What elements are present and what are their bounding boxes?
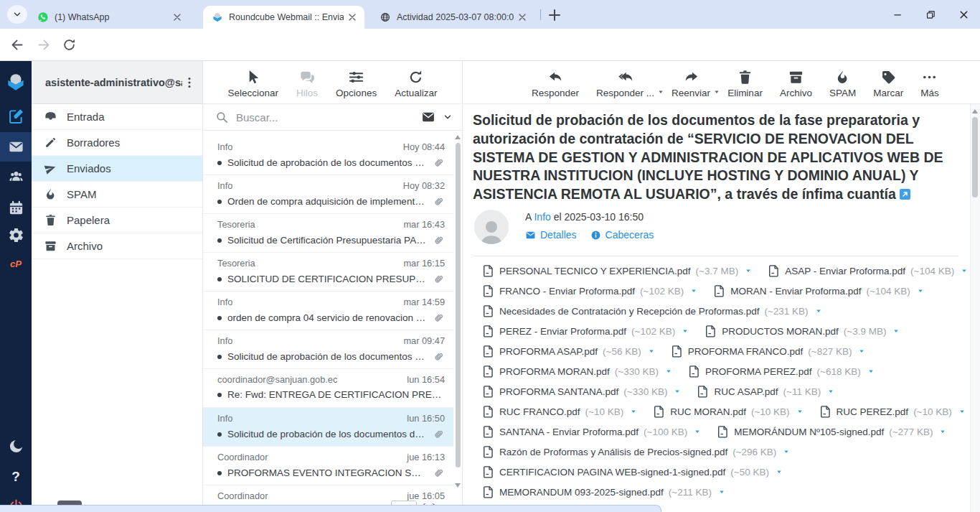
- dropdown-caret-icon[interactable]: [713, 88, 720, 96]
- restore-button[interactable]: [914, 0, 947, 29]
- mail-toolbar-reply-button[interactable]: Responder: [532, 69, 579, 98]
- attachment-chip[interactable]: PROFORMA PEREZ.pdf(~618 KB): [688, 365, 875, 378]
- forward-button[interactable]: [36, 37, 51, 52]
- mail-toolbar-forward-mail-button[interactable]: Reenviar: [672, 69, 710, 98]
- folder-item-enviados[interactable]: Enviados: [32, 156, 202, 182]
- list-toolbar-cursor-button[interactable]: Seleccionar: [228, 69, 279, 98]
- tab-close-button[interactable]: [517, 11, 528, 23]
- message-list-item[interactable]: Coordinadorjue 16:13PROFORMAS EVENTO INT…: [203, 447, 453, 485]
- message-list-item[interactable]: Infomar 14:59orden de compra 04 servicio…: [203, 292, 453, 330]
- rail-help[interactable]: ?: [0, 462, 32, 491]
- rail-settings[interactable]: [0, 220, 32, 250]
- mail-toolbar-fire-button[interactable]: SPAM: [829, 69, 856, 98]
- reading-scrollbar-thumb[interactable]: [972, 117, 978, 197]
- attachment-menu-caret-icon[interactable]: [648, 348, 655, 355]
- account-header[interactable]: asistente-administrativo@sa...: [32, 61, 202, 104]
- folder-item-papelera[interactable]: Papelera: [32, 208, 202, 233]
- attachment-chip[interactable]: MEMORÁNDUM Nº105-signed.pdf(~277 KB): [717, 425, 946, 439]
- back-button[interactable]: [10, 37, 25, 52]
- list-toolbar-sliders-button[interactable]: Opciones: [336, 69, 377, 98]
- attachment-chip[interactable]: SANTANA - Enviar Proforma.pdf(~100 KB): [482, 425, 701, 439]
- attachment-menu-caret-icon[interactable]: [815, 307, 822, 315]
- message-list-item[interactable]: Infolun 16:50Solicitud de probación de l…: [203, 408, 453, 447]
- attachment-menu-caret-icon[interactable]: [694, 428, 701, 435]
- mail-toolbar-trash-button[interactable]: Eliminar: [727, 69, 763, 98]
- attachment-chip[interactable]: MORAN - Enviar Proforma.pdf(~104 KB): [713, 284, 923, 298]
- list-scrollbar-down[interactable]: [455, 483, 461, 488]
- rail-cpanel[interactable]: cP: [0, 249, 32, 279]
- attachment-chip[interactable]: PRODUCTOS MORAN.pdf(~3.9 MB): [705, 325, 900, 338]
- message-list-item[interactable]: coordinador@sanjuan.gob.eclun 16:54Re: F…: [203, 369, 453, 408]
- browser-tab[interactable]: (1) WhatsApp: [29, 6, 189, 29]
- attachment-menu-caret-icon[interactable]: [674, 388, 681, 395]
- rail-roundcube-logo[interactable]: [0, 67, 32, 96]
- message-list-item[interactable]: Tesoreriamar 16:15SOLICITUD DE CERTIFICA…: [203, 253, 453, 292]
- attachment-chip[interactable]: PROFORMA FRANCO.pdf(~827 KB): [671, 345, 866, 358]
- attachment-menu-caret-icon[interactable]: [682, 327, 689, 335]
- external-link-icon[interactable]: [900, 189, 910, 200]
- folder-item-archivo[interactable]: Archivo: [32, 233, 202, 259]
- headers-link[interactable]: Cabeceras: [590, 229, 654, 241]
- list-scrollbar-thumb[interactable]: [456, 143, 461, 467]
- attachment-chip[interactable]: Necesidades de Contratación y Recepción …: [482, 304, 822, 318]
- attachment-menu-caret-icon[interactable]: [827, 388, 834, 395]
- search-scope-mail-icon[interactable]: [421, 110, 435, 124]
- attachment-chip[interactable]: PROFORMA ASAP.pdf(~56 KB): [482, 345, 655, 358]
- attachment-menu-caret-icon[interactable]: [630, 408, 637, 415]
- mail-toolbar-reply-all-button[interactable]: Responder ...: [596, 69, 654, 98]
- attachment-chip[interactable]: PEREZ - Enviar Proforma.pdf(~102 KB): [482, 325, 689, 338]
- attachment-menu-caret-icon[interactable]: [690, 287, 697, 294]
- tab-search-button[interactable]: [7, 5, 27, 24]
- attachment-menu-caret-icon[interactable]: [858, 348, 865, 355]
- mail-toolbar-dots-button[interactable]: Más: [920, 69, 939, 98]
- mail-toolbar-tag-button[interactable]: Marcar: [873, 69, 903, 98]
- dropdown-caret-icon[interactable]: [657, 88, 664, 96]
- message-list-item[interactable]: InfoHoy 08:44Solicitud de aprobación de …: [203, 136, 453, 175]
- reading-scrollbar-up[interactable]: [972, 109, 978, 113]
- close-window-button[interactable]: [947, 0, 980, 29]
- attachment-menu-caret-icon[interactable]: [939, 428, 946, 435]
- tab-close-button[interactable]: [171, 11, 183, 23]
- minimize-button[interactable]: [881, 0, 914, 29]
- rail-dark-mode[interactable]: [0, 432, 32, 461]
- folder-item-spam[interactable]: SPAM: [32, 182, 202, 208]
- message-list-item[interactable]: InfoHoy 08:32Orden de compra adquisición…: [203, 175, 453, 214]
- attachment-menu-caret-icon[interactable]: [718, 488, 725, 495]
- attachment-chip[interactable]: FRANCO - Enviar Proforma.pdf(~102 KB): [482, 284, 697, 298]
- tab-close-button[interactable]: [347, 11, 358, 23]
- message-list-item[interactable]: Tesoreriamar 16:43Solicitud de Certifica…: [203, 214, 453, 253]
- mail-toolbar-archive-button[interactable]: Archivo: [780, 69, 812, 98]
- list-toolbar-chat-button[interactable]: Hilos: [296, 69, 318, 98]
- browser-tab[interactable]: Roundcube Webmail :: Enviados: [203, 6, 364, 29]
- recipient-link[interactable]: Info: [534, 211, 550, 223]
- attachment-chip[interactable]: RUC ASAP.pdf(~11 KB): [697, 385, 834, 399]
- attachment-menu-caret-icon[interactable]: [917, 287, 924, 294]
- account-menu-icon[interactable]: [182, 75, 197, 90]
- attachment-menu-caret-icon[interactable]: [796, 408, 804, 415]
- new-tab-button[interactable]: [546, 6, 563, 24]
- attachment-chip[interactable]: CERTIFICACION PAGINA WEB-signed-1-signed…: [482, 465, 783, 479]
- search-options-chevron-icon[interactable]: [443, 112, 453, 122]
- list-scrollbar-up[interactable]: [455, 135, 461, 139]
- folder-item-entrada[interactable]: Entrada: [32, 104, 202, 130]
- details-link[interactable]: Detalles: [525, 229, 577, 241]
- attachment-chip[interactable]: PROFORMA MORAN.pdf(~330 KB): [482, 365, 672, 378]
- attachment-chip[interactable]: ASAP - Enviar Proforma.pdf(~104 KB): [768, 264, 968, 278]
- attachment-chip[interactable]: MEMORANDUM 093-2025-signed.pdf(~211 KB): [482, 485, 725, 499]
- attachment-menu-caret-icon[interactable]: [745, 267, 752, 274]
- attachment-menu-caret-icon[interactable]: [783, 448, 790, 455]
- attachment-menu-caret-icon[interactable]: [867, 368, 875, 375]
- attachment-menu-caret-icon[interactable]: [665, 368, 672, 375]
- folder-item-borradores[interactable]: Borradores: [32, 130, 202, 156]
- rail-compose[interactable]: [0, 102, 32, 131]
- rail-mail[interactable]: [0, 132, 32, 162]
- attachment-chip[interactable]: PROFORMA SANTANA.pdf(~330 KB): [482, 385, 681, 399]
- attachment-chip[interactable]: RUC FRANCO.pdf(~10 KB): [482, 405, 637, 419]
- attachment-menu-caret-icon[interactable]: [961, 267, 968, 274]
- browser-tab[interactable]: Actividad 2025-03-07 08:00:00: [371, 6, 534, 29]
- attachment-chip[interactable]: PERSONAL TECNICO Y EXPERIENCIA.pdf(~3.7 …: [482, 264, 752, 278]
- attachment-menu-caret-icon[interactable]: [892, 327, 900, 335]
- attachment-chip[interactable]: Razón de Proformas y Análisis de Precios…: [482, 445, 790, 459]
- list-toolbar-refresh-button[interactable]: Actualizar: [395, 69, 437, 98]
- rail-calendar[interactable]: [0, 193, 32, 223]
